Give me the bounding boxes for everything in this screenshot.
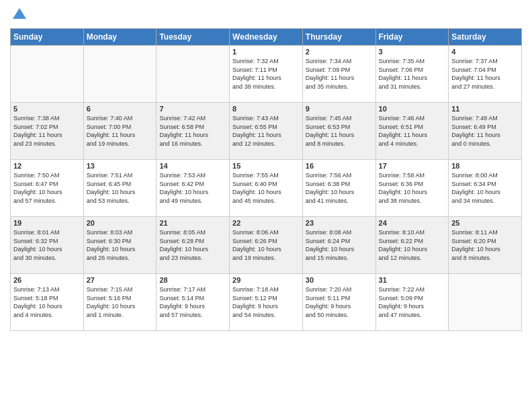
week-row-1: 1Sunrise: 7:32 AM Sunset: 7:11 PM Daylig… bbox=[11, 46, 522, 103]
day-number: 1 bbox=[232, 48, 300, 56]
day-info: Sunrise: 8:03 AM Sunset: 6:30 PM Dayligh… bbox=[87, 228, 154, 262]
day-info: Sunrise: 7:13 AM Sunset: 5:18 PM Dayligh… bbox=[13, 285, 81, 319]
day-cell: 20Sunrise: 8:03 AM Sunset: 6:30 PM Dayli… bbox=[83, 217, 157, 274]
day-info: Sunrise: 7:50 AM Sunset: 6:47 PM Dayligh… bbox=[13, 171, 81, 205]
day-number: 29 bbox=[232, 276, 300, 284]
calendar-table: SundayMondayTuesdayWednesdayThursdayFrid… bbox=[10, 28, 522, 331]
day-number: 16 bbox=[306, 162, 373, 170]
day-cell: 16Sunrise: 7:56 AM Sunset: 6:38 PM Dayli… bbox=[302, 160, 375, 217]
calendar-page: SundayMondayTuesdayWednesdayThursdayFrid… bbox=[0, 0, 532, 411]
day-cell: 4Sunrise: 7:37 AM Sunset: 7:04 PM Daylig… bbox=[449, 46, 522, 103]
day-cell: 5Sunrise: 7:38 AM Sunset: 7:02 PM Daylig… bbox=[11, 103, 84, 160]
weekday-header-wednesday: Wednesday bbox=[230, 29, 303, 46]
day-cell: 17Sunrise: 7:58 AM Sunset: 6:36 PM Dayli… bbox=[375, 160, 449, 217]
day-number: 12 bbox=[13, 162, 81, 170]
week-row-5: 26Sunrise: 7:13 AM Sunset: 5:18 PM Dayli… bbox=[11, 274, 522, 331]
day-info: Sunrise: 7:55 AM Sunset: 6:40 PM Dayligh… bbox=[232, 171, 300, 205]
day-info: Sunrise: 8:00 AM Sunset: 6:34 PM Dayligh… bbox=[451, 171, 519, 205]
day-number: 22 bbox=[232, 219, 300, 227]
day-info: Sunrise: 7:35 AM Sunset: 7:06 PM Dayligh… bbox=[379, 57, 446, 91]
day-number: 30 bbox=[306, 276, 373, 284]
day-cell: 27Sunrise: 7:15 AM Sunset: 5:16 PM Dayli… bbox=[83, 274, 157, 331]
day-number: 4 bbox=[451, 48, 519, 56]
day-cell: 28Sunrise: 7:17 AM Sunset: 5:14 PM Dayli… bbox=[157, 274, 230, 331]
day-number: 17 bbox=[379, 162, 446, 170]
day-cell: 30Sunrise: 7:20 AM Sunset: 5:11 PM Dayli… bbox=[302, 274, 375, 331]
day-number: 3 bbox=[379, 48, 446, 56]
day-info: Sunrise: 8:06 AM Sunset: 6:26 PM Dayligh… bbox=[232, 228, 300, 262]
day-number: 9 bbox=[306, 105, 373, 113]
weekday-header-sunday: Sunday bbox=[11, 29, 84, 46]
day-cell bbox=[83, 46, 157, 103]
day-number: 14 bbox=[159, 162, 226, 170]
logo-icon bbox=[11, 7, 28, 23]
day-number: 24 bbox=[379, 219, 446, 227]
day-info: Sunrise: 7:51 AM Sunset: 6:45 PM Dayligh… bbox=[87, 171, 154, 205]
day-info: Sunrise: 8:10 AM Sunset: 6:22 PM Dayligh… bbox=[379, 228, 446, 262]
day-cell: 1Sunrise: 7:32 AM Sunset: 7:11 PM Daylig… bbox=[230, 46, 303, 103]
week-row-3: 12Sunrise: 7:50 AM Sunset: 6:47 PM Dayli… bbox=[11, 160, 522, 217]
day-cell: 23Sunrise: 8:08 AM Sunset: 6:24 PM Dayli… bbox=[302, 217, 375, 274]
weekday-header-friday: Friday bbox=[375, 29, 449, 46]
day-cell: 14Sunrise: 7:53 AM Sunset: 6:42 PM Dayli… bbox=[157, 160, 230, 217]
day-info: Sunrise: 7:48 AM Sunset: 6:49 PM Dayligh… bbox=[451, 114, 519, 148]
day-number: 7 bbox=[159, 105, 226, 113]
day-info: Sunrise: 7:38 AM Sunset: 7:02 PM Dayligh… bbox=[13, 114, 81, 148]
svg-marker-0 bbox=[13, 8, 26, 19]
day-number: 11 bbox=[451, 105, 519, 113]
day-info: Sunrise: 7:15 AM Sunset: 5:16 PM Dayligh… bbox=[87, 285, 154, 319]
day-cell bbox=[11, 46, 84, 103]
day-cell: 11Sunrise: 7:48 AM Sunset: 6:49 PM Dayli… bbox=[449, 103, 522, 160]
day-number: 25 bbox=[451, 219, 519, 227]
weekday-header-saturday: Saturday bbox=[449, 29, 522, 46]
day-info: Sunrise: 7:20 AM Sunset: 5:11 PM Dayligh… bbox=[306, 285, 373, 319]
day-number: 10 bbox=[379, 105, 446, 113]
day-cell: 29Sunrise: 7:18 AM Sunset: 5:12 PM Dayli… bbox=[230, 274, 303, 331]
day-cell: 31Sunrise: 7:22 AM Sunset: 5:09 PM Dayli… bbox=[375, 274, 449, 331]
day-info: Sunrise: 7:45 AM Sunset: 6:53 PM Dayligh… bbox=[306, 114, 373, 148]
day-number: 6 bbox=[87, 105, 154, 113]
day-cell: 19Sunrise: 8:01 AM Sunset: 6:32 PM Dayli… bbox=[11, 217, 84, 274]
day-info: Sunrise: 8:08 AM Sunset: 6:24 PM Dayligh… bbox=[306, 228, 373, 262]
day-info: Sunrise: 7:53 AM Sunset: 6:42 PM Dayligh… bbox=[159, 171, 226, 205]
day-info: Sunrise: 8:01 AM Sunset: 6:32 PM Dayligh… bbox=[13, 228, 81, 262]
day-cell: 8Sunrise: 7:43 AM Sunset: 6:55 PM Daylig… bbox=[230, 103, 303, 160]
day-cell: 24Sunrise: 8:10 AM Sunset: 6:22 PM Dayli… bbox=[375, 217, 449, 274]
day-cell: 6Sunrise: 7:40 AM Sunset: 7:00 PM Daylig… bbox=[83, 103, 157, 160]
week-row-4: 19Sunrise: 8:01 AM Sunset: 6:32 PM Dayli… bbox=[11, 217, 522, 274]
logo bbox=[10, 7, 28, 23]
day-cell: 10Sunrise: 7:46 AM Sunset: 6:51 PM Dayli… bbox=[375, 103, 449, 160]
day-info: Sunrise: 7:40 AM Sunset: 7:00 PM Dayligh… bbox=[87, 114, 154, 148]
weekday-header-tuesday: Tuesday bbox=[157, 29, 230, 46]
day-number: 15 bbox=[232, 162, 300, 170]
day-info: Sunrise: 8:05 AM Sunset: 6:28 PM Dayligh… bbox=[159, 228, 226, 262]
day-number: 13 bbox=[87, 162, 154, 170]
day-info: Sunrise: 7:18 AM Sunset: 5:12 PM Dayligh… bbox=[232, 285, 300, 319]
day-number: 31 bbox=[379, 276, 446, 284]
day-cell: 12Sunrise: 7:50 AM Sunset: 6:47 PM Dayli… bbox=[11, 160, 84, 217]
day-number: 5 bbox=[13, 105, 81, 113]
day-number: 20 bbox=[87, 219, 154, 227]
day-number: 18 bbox=[451, 162, 519, 170]
day-cell bbox=[449, 274, 522, 331]
weekday-header-row: SundayMondayTuesdayWednesdayThursdayFrid… bbox=[11, 29, 522, 46]
day-info: Sunrise: 7:42 AM Sunset: 6:58 PM Dayligh… bbox=[159, 114, 226, 148]
day-number: 21 bbox=[159, 219, 226, 227]
day-cell: 3Sunrise: 7:35 AM Sunset: 7:06 PM Daylig… bbox=[375, 46, 449, 103]
day-info: Sunrise: 7:46 AM Sunset: 6:51 PM Dayligh… bbox=[379, 114, 446, 148]
day-info: Sunrise: 7:58 AM Sunset: 6:36 PM Dayligh… bbox=[379, 171, 446, 205]
week-row-2: 5Sunrise: 7:38 AM Sunset: 7:02 PM Daylig… bbox=[11, 103, 522, 160]
day-cell: 22Sunrise: 8:06 AM Sunset: 6:26 PM Dayli… bbox=[230, 217, 303, 274]
day-number: 28 bbox=[159, 276, 226, 284]
weekday-header-monday: Monday bbox=[83, 29, 157, 46]
day-number: 2 bbox=[306, 48, 373, 56]
day-number: 8 bbox=[232, 105, 300, 113]
day-number: 26 bbox=[13, 276, 81, 284]
day-cell bbox=[157, 46, 230, 103]
day-info: Sunrise: 7:43 AM Sunset: 6:55 PM Dayligh… bbox=[232, 114, 300, 148]
weekday-header-thursday: Thursday bbox=[302, 29, 375, 46]
day-cell: 7Sunrise: 7:42 AM Sunset: 6:58 PM Daylig… bbox=[157, 103, 230, 160]
page-header bbox=[10, 7, 522, 23]
day-info: Sunrise: 7:32 AM Sunset: 7:11 PM Dayligh… bbox=[232, 57, 300, 91]
day-number: 19 bbox=[13, 219, 81, 227]
